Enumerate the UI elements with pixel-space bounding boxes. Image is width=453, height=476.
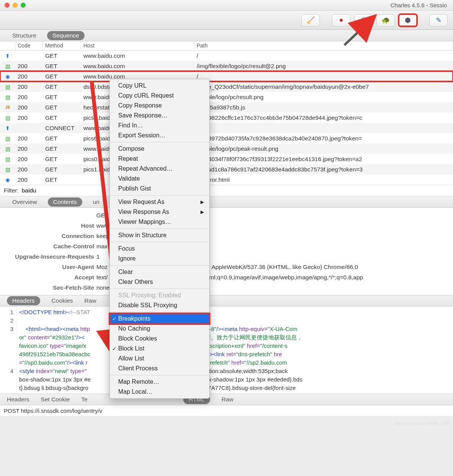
tab-overview[interactable]: Overview <box>7 197 42 207</box>
table-row[interactable]: ⬆CONNECTwww.baidu <box>0 123 453 133</box>
table-row[interactable]: JS200GEThectorstatic7ed75a9387c5b.js <box>0 102 453 112</box>
titlebar: Charles 4.5.6 - Sessio <box>0 0 453 11</box>
ctx-disable-ssl[interactable]: Disable SSL Proxying <box>110 300 209 310</box>
ctx-compose[interactable]: Compose <box>110 144 209 154</box>
image-icon: ▧ <box>5 135 10 142</box>
pen-button[interactable]: ✎ <box>429 14 448 26</box>
ctx-show-in-structure[interactable]: Show in Structure <box>110 230 209 240</box>
ctx-clear-others[interactable]: Clear Others <box>110 277 209 287</box>
ctx-map-local[interactable]: Map Local… <box>110 387 209 397</box>
ctx-separator <box>110 228 209 229</box>
window-title: Charles 4.5.6 - Sessio <box>26 2 448 8</box>
table-row[interactable]: ▧200GETwww.baiduflexible/logo/pc/peak-re… <box>0 143 453 154</box>
table-row[interactable]: ▧200GETpics0.baidu/aa64034f78f0f736c7f39… <box>0 154 453 164</box>
image-icon: ▧ <box>5 166 10 173</box>
tab-resp-text[interactable]: Te <box>81 396 87 403</box>
context-menu: Copy URL Copy cURL Request Copy Response… <box>109 79 210 399</box>
record-button[interactable]: ● <box>332 14 350 26</box>
image-icon: ▧ <box>5 84 10 90</box>
detail-tabs: Overview Contents un <box>0 196 453 208</box>
ctx-copy-url[interactable]: Copy URL <box>110 81 209 91</box>
filter-label: Filter: <box>4 187 19 194</box>
table-row[interactable]: ▧200GETpics1.baidu/94cad1c8a786c917af242… <box>0 164 453 174</box>
filter-bar: Filter: <box>0 185 453 196</box>
tab-resp-setcookie[interactable]: Set Cookie <box>41 396 70 403</box>
checkmark-icon: ✓ <box>112 346 117 352</box>
filter-input[interactable] <box>22 187 449 194</box>
ctx-repeat[interactable]: Repeat <box>110 154 209 164</box>
tab-headers[interactable]: Headers <box>7 296 40 305</box>
tab-structure[interactable]: Structure <box>7 31 42 40</box>
table-row[interactable]: ◉200GETwww.baidu.com/ <box>0 71 453 82</box>
table-row[interactable]: ⬆GETwww.baidu.com/ <box>0 51 453 61</box>
js-icon: JS <box>5 105 10 109</box>
response-body[interactable]: 123 4 <!DOCTYPE html><!--STAT <html><hea… <box>0 306 453 394</box>
ctx-separator <box>110 312 209 312</box>
breakpoints-button[interactable]: ⬢ <box>399 14 417 26</box>
ctx-copy-curl[interactable]: Copy cURL Request <box>110 91 209 101</box>
response-subtabs: Headers Set Cookie Te HTML Raw <box>0 394 453 405</box>
ctx-separator <box>110 265 209 266</box>
col-path[interactable]: Path <box>194 41 453 50</box>
throttle-button[interactable]: 🔒 <box>354 14 373 26</box>
ctx-block-cookies[interactable]: Block Cookies <box>110 334 209 344</box>
reload-icon: ◉ <box>5 73 10 80</box>
ctx-publish-gist[interactable]: Publish Gist <box>110 184 209 194</box>
col-code[interactable]: Code <box>15 41 43 50</box>
ctx-ssl-enabled: SSL Proxying: Enabled <box>110 290 209 300</box>
ctx-find-in[interactable]: Find In… <box>110 121 209 130</box>
request-list: ⬆GETwww.baidu.com/ ▧200GETwww.baidu.com/… <box>0 51 453 185</box>
turtle-button[interactable]: 🐢 <box>376 14 395 26</box>
ctx-allow-list[interactable]: Allow List <box>110 354 209 364</box>
minimize-window-icon[interactable] <box>13 3 18 8</box>
checkmark-icon: ✓ <box>112 316 117 322</box>
pen-icon: ✎ <box>436 16 442 24</box>
ctx-copy-response[interactable]: Copy Response <box>110 101 209 111</box>
table-row[interactable]: ▧200GETwww.baidu.comflexible/logo/pc/res… <box>0 92 453 102</box>
ctx-repeat-advanced[interactable]: Repeat Advanced… <box>110 164 209 174</box>
ctx-validate[interactable]: Validate <box>110 174 209 184</box>
image-icon: ▧ <box>5 63 10 69</box>
ctx-separator <box>110 195 209 196</box>
ctx-clear[interactable]: Clear <box>110 267 209 277</box>
table-row[interactable]: ◉200GETch/error.html <box>0 174 453 185</box>
ctx-separator <box>110 242 209 242</box>
close-window-icon[interactable] <box>5 3 10 8</box>
code-text: <!DOCTYPE html><!--STAT <html><head><met… <box>17 306 453 394</box>
col-host[interactable]: Host <box>81 41 194 50</box>
ctx-breakpoints[interactable]: ✓Breakpoints <box>110 314 209 324</box>
tab-resp-raw[interactable]: Raw <box>222 396 233 403</box>
ctx-export-session[interactable]: Export Session… <box>110 130 209 140</box>
ctx-focus[interactable]: Focus <box>110 244 209 254</box>
tab-resp-headers[interactable]: Headers <box>7 396 29 403</box>
ctx-viewer-mappings[interactable]: Viewer Mappings… <box>110 217 209 227</box>
request-details: GET Hostwww Connectionkeep Cache-Control… <box>0 208 453 295</box>
table-row[interactable]: ▧200GETpics6.baidu/42a98226cffc1e176c37c… <box>0 112 453 123</box>
ctx-client-process[interactable]: Client Process <box>110 364 209 373</box>
zoom-window-icon[interactable] <box>21 3 26 8</box>
table-row[interactable]: ▧200GETwww.baidu.com/img/flexible/logo/p… <box>0 61 453 71</box>
ctx-view-response-as[interactable]: View Response As▶ <box>110 207 209 217</box>
tab-sequence[interactable]: Sequence <box>47 31 85 40</box>
lock-icon: 🔒 <box>359 16 368 24</box>
table-row[interactable]: ▧200GETpics6.baidu/aa18972bd40735fa7c928… <box>0 133 453 143</box>
chevron-right-icon: ▶ <box>200 209 204 215</box>
broom-button[interactable]: 🧹 <box>301 14 320 26</box>
tab-raw[interactable]: Raw <box>85 297 96 304</box>
table-row[interactable]: ▧200GETdss0.bdstatic.com1bjqh_Q23odCf/st… <box>0 82 453 92</box>
ctx-no-caching[interactable]: No Caching <box>110 324 209 334</box>
ctx-save-response[interactable]: Save Response… <box>110 111 209 121</box>
col-icon[interactable] <box>0 41 15 50</box>
tab-summary[interactable]: un <box>88 197 105 207</box>
tab-cookies[interactable]: Cookies <box>52 297 73 304</box>
col-method[interactable]: Method <box>43 41 81 50</box>
ctx-ignore[interactable]: Ignore <box>110 254 209 264</box>
tab-contents[interactable]: Contents <box>48 197 82 207</box>
ctx-view-request-as[interactable]: View Request As▶ <box>110 197 209 207</box>
status-bar: POST https://i.snssdk.com/log/sentry/v <box>0 405 453 416</box>
upload-icon: ⬆ <box>5 53 10 59</box>
ctx-map-remote[interactable]: Map Remote… <box>110 377 209 387</box>
image-icon: ▧ <box>5 115 10 121</box>
upload-icon: ⬆ <box>5 125 10 131</box>
ctx-block-list[interactable]: ✓Block List <box>110 344 209 354</box>
